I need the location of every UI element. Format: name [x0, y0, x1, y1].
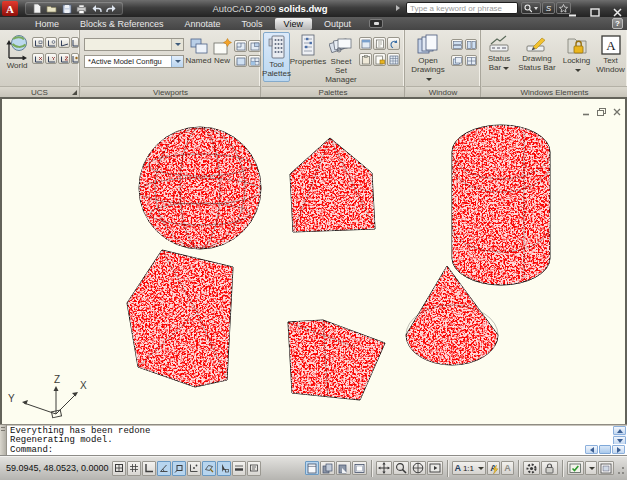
- otrack-toggle[interactable]: [187, 461, 201, 476]
- maximize-button[interactable]: [590, 3, 600, 21]
- window-panel-label[interactable]: Window: [406, 86, 480, 97]
- ucs-tool-button-4[interactable]: [71, 37, 79, 48]
- search-input[interactable]: [406, 2, 518, 14]
- quick-view-drawings-button[interactable]: [336, 461, 351, 475]
- zoom-button[interactable]: [393, 461, 409, 475]
- layout-button[interactable]: [352, 461, 367, 475]
- annotation-visibility-button[interactable]: A: [487, 461, 500, 475]
- ucs-tool-button-7[interactable]: [58, 53, 70, 64]
- qp-toggle[interactable]: [247, 461, 261, 476]
- world-ucs-button[interactable]: World: [3, 34, 31, 70]
- ucs-tool-button-3[interactable]: [58, 37, 70, 48]
- scroll-up-button[interactable]: [613, 426, 626, 435]
- tray-menu-button[interactable]: [585, 461, 597, 475]
- locking-button[interactable]: Locking: [559, 35, 594, 74]
- windows-elements-panel-label[interactable]: Windows Elements: [482, 86, 627, 97]
- search-button[interactable]: [521, 2, 541, 14]
- viewports-panel-label[interactable]: Viewports: [81, 86, 260, 97]
- named-viewport-dropdown[interactable]: [84, 38, 184, 51]
- dyn-toggle[interactable]: [217, 461, 231, 476]
- palettes-panel-label[interactable]: Palettes: [262, 86, 404, 97]
- cascade-button[interactable]: [451, 55, 463, 66]
- scroll-right-button[interactable]: [612, 445, 625, 454]
- new-button[interactable]: [31, 3, 42, 14]
- tab-blocks-references[interactable]: Blocks & References: [71, 18, 173, 30]
- tab-tools[interactable]: Tools: [233, 18, 272, 30]
- show-motion-button[interactable]: [427, 461, 443, 475]
- command-scrollbar[interactable]: [613, 426, 626, 445]
- close-button[interactable]: [613, 3, 622, 21]
- viewport-config-dropdown[interactable]: *Active Model Configu: [84, 55, 184, 68]
- subscription-center-button[interactable]: S: [542, 2, 555, 14]
- workspace-switching-button[interactable]: [523, 461, 540, 475]
- sheet-set-manager-button[interactable]: Sheet Set Manager: [324, 34, 358, 85]
- osnap-toggle[interactable]: [172, 461, 186, 476]
- ucs-tool-button-2[interactable]: [45, 37, 57, 48]
- ribbon-minimize-button[interactable]: [369, 19, 383, 28]
- command-window-grip[interactable]: [0, 425, 7, 455]
- ucs-panel-label[interactable]: UCS: [0, 86, 79, 97]
- ortho-toggle[interactable]: [142, 461, 156, 476]
- vp-restore-button[interactable]: [248, 40, 261, 52]
- open-drawings-button[interactable]: Open Drawings: [408, 34, 448, 84]
- auto-annotation-button[interactable]: A: [501, 461, 514, 475]
- doc-close-button[interactable]: [613, 102, 621, 120]
- wedge-solid[interactable]: [288, 320, 385, 400]
- scroll-left-button[interactable]: [585, 445, 598, 454]
- ucs-tool-button-6[interactable]: [45, 53, 57, 64]
- steering-wheel-button[interactable]: [410, 461, 426, 475]
- drawing-status-bar-button[interactable]: Drawing Status Bar: [516, 35, 558, 72]
- doc-minimize-button[interactable]: [582, 102, 590, 120]
- quickcalc-button[interactable]: [359, 37, 372, 50]
- status-bar-button[interactable]: Status Bar: [483, 35, 515, 72]
- annotation-scale-button[interactable]: A 1:1: [452, 461, 486, 475]
- table-palette-button[interactable]: [387, 53, 400, 66]
- quick-view-layouts-button[interactable]: [320, 461, 335, 475]
- pyramid-solid[interactable]: [290, 138, 375, 232]
- model-button[interactable]: [305, 461, 319, 475]
- ducs-toggle[interactable]: [202, 461, 216, 476]
- polar-toggle[interactable]: [157, 461, 171, 476]
- markup-button[interactable]: [373, 37, 386, 50]
- properties-button[interactable]: Properties: [291, 34, 325, 66]
- redo-button[interactable]: [106, 3, 117, 14]
- hscroll-thumb[interactable]: [599, 445, 611, 454]
- vp-single-button[interactable]: [234, 55, 247, 67]
- vp-quad-button[interactable]: [248, 55, 261, 67]
- text-window-button[interactable]: A Text Window: [595, 35, 626, 74]
- ucs-panel-expander-icon[interactable]: [72, 90, 77, 95]
- ucs-tool-button-8[interactable]: [71, 53, 79, 64]
- box-solid[interactable]: [127, 250, 233, 387]
- tile-vertically-button[interactable]: [465, 39, 477, 50]
- snap-toggle[interactable]: [112, 461, 126, 476]
- pan-button[interactable]: [376, 461, 392, 475]
- drawing-canvas[interactable]: Z X Y: [2, 99, 625, 424]
- undo-button[interactable]: [91, 3, 102, 14]
- cylinder-solid[interactable]: [452, 125, 550, 285]
- arrange-icons-button[interactable]: [465, 55, 477, 66]
- visualstyles-button[interactable]: [387, 37, 400, 50]
- coordinates-readout[interactable]: 59.0945, 48.0523, 0.0000: [6, 463, 112, 473]
- tile-horizontally-button[interactable]: [451, 39, 463, 50]
- named-viewports-button[interactable]: Named: [185, 38, 212, 65]
- plot-button[interactable]: [76, 3, 87, 14]
- tab-output[interactable]: Output: [315, 18, 360, 30]
- clean-screen-button[interactable]: [598, 461, 614, 475]
- autocad-logo-icon[interactable]: A: [2, 1, 18, 16]
- vp-join-button[interactable]: [234, 40, 247, 52]
- tray-settings-button[interactable]: [567, 461, 584, 475]
- tab-home[interactable]: Home: [26, 18, 68, 30]
- ucs-tool-button-1[interactable]: [32, 37, 44, 48]
- doc-restore-button[interactable]: [597, 102, 606, 120]
- lwt-toggle[interactable]: [232, 461, 246, 476]
- tool-palettes-button[interactable]: Tool Palettes: [263, 32, 290, 82]
- grid-toggle[interactable]: [127, 461, 141, 476]
- open-button[interactable]: [46, 3, 57, 14]
- xref-palette-button[interactable]: [373, 53, 386, 66]
- command-input-line[interactable]: Command:: [7, 444, 627, 455]
- dbconnect-button[interactable]: [359, 53, 372, 66]
- save-button[interactable]: [61, 3, 72, 14]
- command-hscrollbar[interactable]: [585, 445, 625, 454]
- new-viewport-button[interactable]: New: [211, 38, 233, 65]
- tab-view[interactable]: View: [275, 18, 312, 30]
